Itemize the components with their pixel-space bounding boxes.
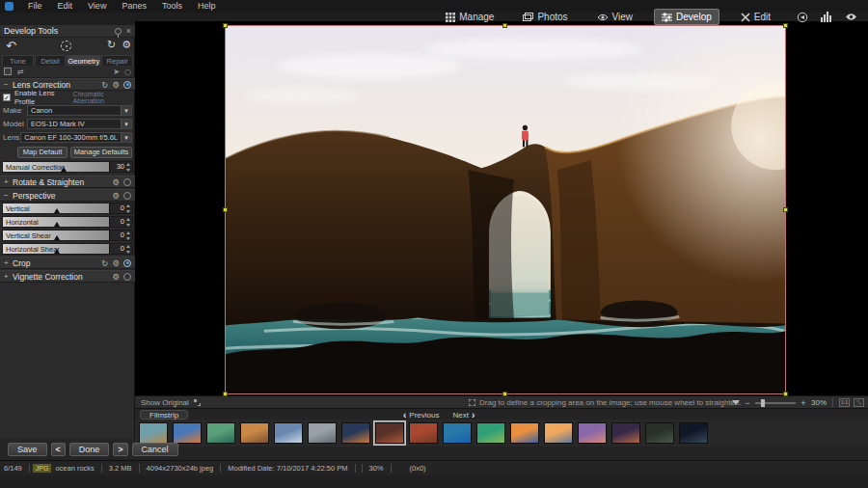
- section-perspective[interactable]: − Perspective ⚙: [0, 189, 135, 202]
- filmstrip-thumb[interactable]: [475, 421, 506, 445]
- mode-develop-button[interactable]: Develop: [654, 9, 719, 25]
- section-vignette-correction[interactable]: + Vignette Correction ⚙: [0, 270, 135, 283]
- expand-icon[interactable]: +: [4, 272, 13, 281]
- collapse-icon[interactable]: −: [4, 191, 13, 200]
- radio-icon[interactable]: [123, 178, 131, 186]
- undo-icon[interactable]: ↶: [6, 39, 16, 53]
- filmstrip-thumb[interactable]: [577, 421, 608, 445]
- chromatic-aberration-tab[interactable]: Chromatic Aberration: [73, 91, 132, 104]
- gear-icon[interactable]: ⚙: [112, 272, 120, 282]
- filmstrip-thumb[interactable]: [172, 421, 203, 445]
- horizontal-slider[interactable]: Horizontal 0: [2, 216, 133, 228]
- sync-button[interactable]: [792, 9, 813, 25]
- filmstrip-tab[interactable]: Filmstrip: [140, 410, 188, 420]
- zoom-slider[interactable]: [755, 402, 796, 404]
- filmstrip-thumb[interactable]: [644, 421, 675, 445]
- filmstrip-thumb[interactable]: [205, 421, 236, 445]
- expand-icon[interactable]: +: [4, 177, 13, 186]
- navigator-icon[interactable]: [732, 400, 740, 405]
- target-exposure-icon[interactable]: [61, 41, 71, 51]
- tab-tune[interactable]: Tune: [2, 55, 34, 66]
- previous-image-button[interactable]: <: [51, 443, 66, 456]
- vertical-shear-slider[interactable]: Vertical Shear 0: [2, 230, 133, 241]
- section-crop[interactable]: + Crop ↻ ⚙: [0, 257, 135, 269]
- map-default-button[interactable]: Map Default: [17, 147, 68, 158]
- selection-checkbox-icon[interactable]: [4, 68, 12, 75]
- spinner-icon[interactable]: [126, 231, 131, 240]
- show-original-button[interactable]: Show Original: [141, 398, 189, 407]
- filmstrip-thumb[interactable]: [678, 421, 709, 445]
- manage-defaults-button[interactable]: Manage Defaults: [70, 147, 132, 158]
- menu-panes[interactable]: Panes: [114, 0, 154, 13]
- apply-circle-icon[interactable]: ➤: [113, 68, 120, 76]
- next-button[interactable]: Next›: [452, 410, 475, 420]
- fit-image-button[interactable]: ⤡: [854, 398, 864, 407]
- menu-file[interactable]: File: [20, 0, 50, 13]
- zoom-percent[interactable]: 30%: [811, 398, 827, 407]
- actual-size-button[interactable]: 1:1: [839, 398, 850, 407]
- reset-icon[interactable]: ↻: [107, 39, 116, 51]
- mode-manage-button[interactable]: Manage: [438, 9, 502, 25]
- zoom-out-button[interactable]: −: [744, 398, 751, 408]
- filmstrip-thumb[interactable]: [307, 421, 338, 445]
- preview-circle-icon[interactable]: ○: [124, 68, 131, 76]
- zoom-slider-thumb[interactable]: [761, 399, 765, 407]
- gear-icon[interactable]: ⚙: [112, 258, 120, 268]
- filmstrip-thumb[interactable]: [543, 421, 574, 445]
- photo-crop-area[interactable]: [225, 25, 786, 394]
- filmstrip-thumb[interactable]: [610, 421, 641, 445]
- crop-handle-top-left[interactable]: [223, 23, 228, 28]
- reset-icon[interactable]: ↻: [101, 80, 108, 90]
- active-radio-icon[interactable]: [123, 81, 131, 89]
- crop-handle-mid-left[interactable]: [223, 207, 228, 212]
- previous-button[interactable]: ‹Previous: [403, 410, 439, 420]
- radio-icon[interactable]: [123, 192, 131, 200]
- pin-icon[interactable]: [115, 28, 122, 35]
- dropdown-arrow-icon[interactable]: ▼: [121, 133, 131, 142]
- crop-handle-bottom-left[interactable]: [223, 392, 228, 396]
- next-image-button[interactable]: >: [113, 443, 127, 456]
- filmstrip-thumb[interactable]: [273, 421, 304, 445]
- make-dropdown[interactable]: Canon ▼: [27, 105, 132, 116]
- active-radio-icon[interactable]: [123, 259, 131, 267]
- cancel-button[interactable]: Cancel: [132, 443, 178, 456]
- mode-photos-button[interactable]: Photos: [515, 9, 575, 25]
- menu-help[interactable]: Help: [190, 0, 224, 13]
- menu-tools[interactable]: Tools: [154, 0, 190, 13]
- radio-icon[interactable]: [123, 273, 131, 281]
- mode-view-button[interactable]: View: [589, 9, 641, 25]
- crop-handle-mid-right[interactable]: [783, 207, 788, 212]
- gear-icon[interactable]: ⚙: [112, 80, 120, 90]
- close-icon[interactable]: ×: [126, 26, 131, 36]
- tab-geometry[interactable]: Geometry: [67, 55, 100, 66]
- settings-gear-icon[interactable]: ⚙: [122, 39, 131, 51]
- spinner-icon[interactable]: [126, 163, 131, 172]
- crop-handle-bottom-right[interactable]: [783, 392, 788, 396]
- fullscreen-icon[interactable]: [194, 399, 201, 406]
- gear-icon[interactable]: ⚙: [112, 177, 120, 187]
- filmstrip-thumb[interactable]: [138, 421, 169, 445]
- zoom-in-button[interactable]: +: [800, 398, 807, 408]
- tab-detail[interactable]: Detail: [35, 55, 67, 66]
- dropdown-arrow-icon[interactable]: ▼: [121, 106, 131, 115]
- section-rotate-straighten[interactable]: + Rotate & Straighten ⚙: [0, 176, 135, 188]
- spinner-icon[interactable]: [126, 218, 131, 227]
- collapse-icon[interactable]: −: [4, 80, 13, 89]
- expand-icon[interactable]: +: [4, 258, 13, 267]
- menu-view[interactable]: View: [80, 0, 114, 13]
- compare-icon[interactable]: ⇄: [17, 68, 24, 76]
- filmstrip-thumb[interactable]: [408, 421, 439, 445]
- enable-lens-profile-checkbox[interactable]: ✓: [3, 94, 11, 101]
- gear-icon[interactable]: ⚙: [112, 191, 120, 201]
- spinner-icon[interactable]: [126, 245, 131, 254]
- horizontal-shear-slider[interactable]: Horizontal Shear 0: [2, 243, 133, 255]
- tab-repair[interactable]: Repair: [101, 55, 133, 66]
- acdsee-365-button[interactable]: [840, 9, 862, 25]
- reset-icon[interactable]: ↻: [101, 258, 108, 268]
- filmstrip-thumb[interactable]: [442, 421, 473, 445]
- filmstrip-thumb[interactable]: [340, 421, 371, 445]
- mode-edit-button[interactable]: Edit: [733, 9, 778, 25]
- filmstrip-thumb[interactable]: [509, 421, 540, 445]
- image-canvas[interactable]: [135, 21, 868, 395]
- save-button[interactable]: Save: [8, 443, 47, 456]
